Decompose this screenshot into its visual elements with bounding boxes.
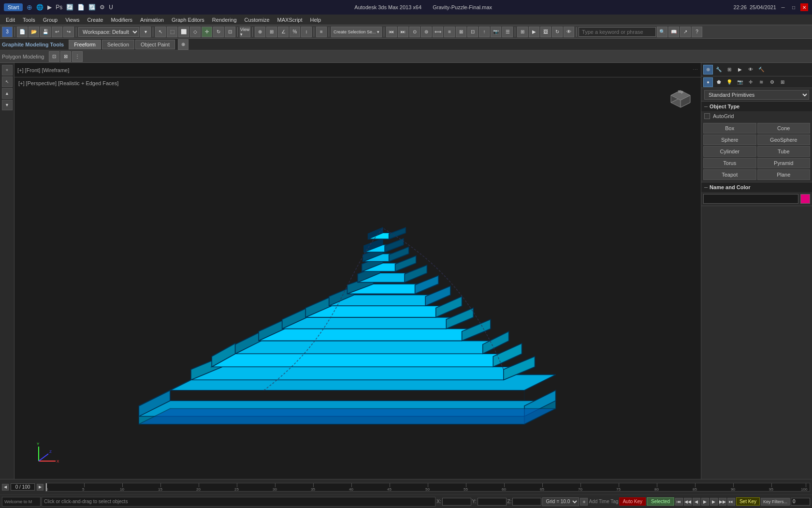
anim-btn1[interactable]: ⏮ — [386, 27, 397, 37]
geometry-btn[interactable]: ● — [703, 77, 713, 87]
minimize-button[interactable]: ─ — [779, 3, 787, 11]
utility-btn[interactable]: 🔨 — [756, 65, 766, 75]
timeline-track[interactable]: 0 5 10 15 20 25 30 35 40 45 50 55 60 65 … — [45, 483, 810, 492]
sphere-button[interactable]: Sphere — [703, 134, 756, 145]
modify-panel-btn[interactable]: 🔧 — [714, 65, 724, 75]
next-frame-btn[interactable]: ▶▶ — [719, 498, 726, 506]
lights-btn[interactable]: 💡 — [725, 77, 734, 87]
select-tool[interactable]: ↖ — [155, 27, 166, 37]
key-filters-btn[interactable]: Key Filters... — [761, 498, 790, 506]
render-view[interactable]: 👁 — [564, 27, 574, 37]
search-button[interactable]: 🔍 — [657, 27, 667, 37]
render-quick[interactable]: ▶ — [529, 27, 539, 37]
torus-button[interactable]: Torus — [703, 158, 756, 168]
motion-btn[interactable]: ▶ — [735, 65, 745, 75]
tab-object-paint[interactable]: Object Paint — [135, 40, 175, 49]
collapse-btn-l[interactable]: ▼ — [2, 100, 13, 110]
menu-edit[interactable]: Edit — [2, 16, 19, 24]
box-button[interactable]: Box — [703, 123, 756, 134]
quick-align[interactable]: ⊠ — [456, 27, 466, 37]
display-btn[interactable]: 👁 — [746, 65, 755, 75]
hierarchy-btn[interactable]: ⊞ — [725, 65, 734, 75]
first-frame-btn[interactable]: ⏮ — [675, 498, 683, 506]
layer-mgr[interactable]: ≡ — [316, 27, 327, 37]
menu-rendering[interactable]: Rendering — [208, 16, 241, 24]
pyramid-button[interactable]: Pyramid — [757, 158, 811, 168]
autogrid-checkbox[interactable] — [704, 113, 710, 119]
misc2[interactable]: ⊚ — [421, 27, 432, 37]
menu-animation[interactable]: Animation — [136, 16, 168, 24]
object-type-header[interactable]: ─ Object Type — [701, 102, 812, 111]
menu-graph-editors[interactable]: Graph Editors — [168, 16, 208, 24]
next-key-btn[interactable]: ▶ — [710, 498, 718, 506]
timeline-arrow-right[interactable]: ▶ — [37, 484, 44, 491]
helpers-btn[interactable]: ✛ — [746, 77, 755, 87]
graphite-extra[interactable]: ⊕ — [178, 39, 188, 50]
align-cam[interactable]: 📷 — [491, 27, 501, 37]
rotate-tool[interactable]: ↻ — [213, 27, 224, 37]
poly-btn2[interactable]: ⊠ — [60, 51, 71, 62]
menu-help[interactable]: Help — [306, 16, 325, 24]
render-iter[interactable]: ↻ — [552, 27, 563, 37]
cylinder-button[interactable]: Cylinder — [703, 146, 756, 157]
viewport-top-resize[interactable]: ⋯ — [693, 67, 698, 73]
open-button[interactable]: 📂 — [29, 27, 39, 37]
select-by-name-btn[interactable]: ↖ — [2, 76, 13, 87]
teapot-button[interactable]: Teapot — [703, 169, 756, 180]
primitives-dropdown[interactable]: Standard Primitives — [704, 90, 809, 100]
add-time-tag-btn[interactable]: + — [580, 498, 588, 506]
close-button[interactable]: ✕ — [800, 3, 808, 11]
select-region[interactable]: ⬜ — [178, 27, 189, 37]
set-key-btn[interactable]: Set Key — [736, 497, 760, 506]
place-high[interactable]: ↑ — [479, 27, 490, 37]
snap-toggle[interactable]: ⊞ — [266, 27, 277, 37]
angle-snap[interactable]: ∠ — [278, 27, 289, 37]
menu-customize[interactable]: Customize — [241, 16, 274, 24]
geosphere-button[interactable]: GeoSphere — [757, 134, 811, 145]
plane-button[interactable]: Plane — [757, 169, 811, 180]
spacewarps-btn[interactable]: ≋ — [756, 77, 766, 87]
dropdown-arrow[interactable]: ▾ — [140, 27, 151, 37]
tab-selection[interactable]: Selection — [102, 40, 134, 49]
view-dropdown[interactable]: View ▾ — [240, 27, 250, 37]
menu-tools[interactable]: Tools — [19, 16, 39, 24]
new-button[interactable]: 📄 — [17, 27, 28, 37]
viewport-top[interactable]: [+] [Front] [Wireframe] ⋯ — [14, 63, 701, 77]
prev-frame-btn[interactable]: ◀◀ — [684, 498, 692, 506]
help-book[interactable]: 📖 — [668, 27, 679, 37]
create-panel-btn[interactable]: ⊕ — [703, 65, 713, 75]
cameras-btn[interactable]: 📷 — [735, 77, 745, 87]
align[interactable]: ≡ — [444, 27, 455, 37]
x-coord-input[interactable] — [442, 498, 471, 506]
navigation-cube[interactable]: Top — [666, 83, 695, 112]
play-btn[interactable]: ▶ — [701, 498, 709, 506]
menu-create[interactable]: Create — [83, 16, 107, 24]
render-prod[interactable]: 🖼 — [540, 27, 551, 37]
undo-button[interactable]: ↩ — [52, 27, 62, 37]
frame-input[interactable] — [791, 498, 810, 506]
grid-dropdown[interactable]: Grid = 10.0 — [542, 497, 579, 506]
cone-button[interactable]: Cone — [757, 123, 811, 134]
poly-btn1[interactable]: ⊡ — [49, 51, 59, 62]
search-input[interactable] — [579, 27, 656, 37]
compounds-btn[interactable]: ⊞ — [778, 77, 787, 87]
select-name[interactable]: ⬚ — [167, 27, 177, 37]
normal-align[interactable]: ⊡ — [467, 27, 478, 37]
select-region2[interactable]: ◇ — [190, 27, 201, 37]
layer-prop[interactable]: ☰ — [502, 27, 513, 37]
viewport-main[interactable]: [+] [Perspective] [Realistic + Edged Fac… — [14, 77, 701, 479]
maximize-button[interactable]: □ — [790, 3, 798, 11]
menu-group[interactable]: Group — [39, 16, 62, 24]
misc1[interactable]: ⊙ — [409, 27, 420, 37]
expand-btn[interactable]: ▲ — [2, 88, 13, 99]
auto-key-btn[interactable]: Auto Key — [619, 497, 646, 506]
name-input-field[interactable] — [703, 194, 798, 204]
move-tool[interactable]: ✛ — [202, 27, 212, 37]
tube-button[interactable]: Tube — [757, 146, 811, 157]
start-button[interactable]: Start — [4, 3, 23, 11]
workspace-dropdown[interactable]: Workspace: Default — [78, 27, 139, 37]
render-frame[interactable]: ⊞ — [517, 27, 528, 37]
poly-btn3[interactable]: ⋮ — [72, 51, 83, 62]
spinner-snap[interactable]: ↕ — [301, 27, 312, 37]
mirror[interactable]: ⟺ — [433, 27, 443, 37]
